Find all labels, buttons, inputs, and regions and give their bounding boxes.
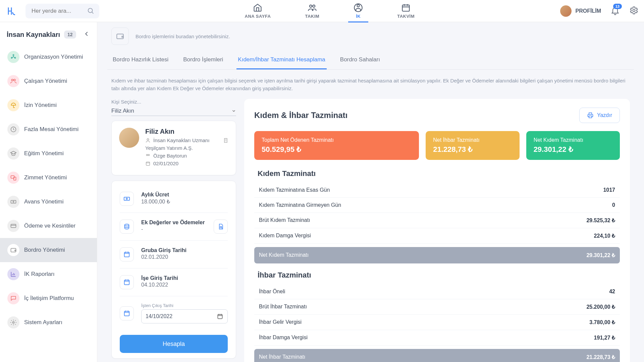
stat-value: 02.01.2020 bbox=[141, 254, 228, 260]
menu-label: İzin Yönetimi bbox=[24, 102, 57, 109]
wallet-icon bbox=[116, 32, 124, 41]
svg-point-1 bbox=[310, 5, 312, 7]
nav-home[interactable]: ANA SAYFA bbox=[239, 0, 276, 22]
sidebar-item-settings[interactable]: Sistem Ayarları bbox=[0, 310, 97, 335]
card-icon bbox=[10, 223, 17, 229]
team-icon bbox=[308, 3, 317, 12]
person-role: İnsan Kaynakları Uzmanı bbox=[153, 137, 210, 143]
card-total: Toplam Net Ödenen Tazminatı50.529,95 ₺ bbox=[254, 131, 419, 160]
svg-rect-32 bbox=[124, 311, 129, 316]
tabs: Bordro Hazırlık Listesi Bordro İşlemleri… bbox=[107, 51, 634, 70]
calendar-icon bbox=[401, 3, 411, 12]
svg-rect-22 bbox=[224, 138, 227, 142]
subtotal-row: Net Kıdem Tazminatı29.301,22 ₺ bbox=[254, 247, 620, 263]
sidebar-header: İnsan Kaynakları 12 bbox=[0, 22, 97, 45]
logo bbox=[5, 5, 17, 17]
stat-value: 18.000,00 ₺ bbox=[141, 198, 228, 205]
stat-label: İşten Çıkış Tarihi bbox=[141, 303, 228, 308]
sidebar-item-training[interactable]: Eğitim Yönetimi bbox=[0, 141, 97, 166]
sidebar-title: İnsan Kaynakları bbox=[7, 31, 60, 39]
tab-prep[interactable]: Bordro Hazırlık Listesi bbox=[111, 51, 170, 69]
table-row: İhbar Gelir Vergisi3.780,00 ₺ bbox=[254, 315, 620, 330]
nav-calendar[interactable]: TAKVİM bbox=[392, 0, 420, 22]
menu-label: Ödeme ve Kesintiler bbox=[24, 223, 75, 229]
svg-rect-33 bbox=[218, 314, 222, 319]
gear-icon bbox=[10, 319, 17, 326]
topnav: ANA SAYFA TAKIM İK TAKVİM PROFİLİM 13 bbox=[0, 0, 644, 22]
sidebar-item-employees[interactable]: Çalışan Yönetimi bbox=[0, 69, 97, 93]
stat-label: Ek Değerler ve Ödemeler bbox=[141, 220, 206, 226]
topnav-right: PROFİLİM 13 bbox=[560, 5, 639, 17]
svg-point-21 bbox=[147, 138, 149, 140]
notifications[interactable]: 13 bbox=[610, 6, 620, 16]
menu-label: Eğitim Yönetimi bbox=[24, 150, 64, 157]
stats-card: Aylık Ücret18.000,00 ₺ Ek Değerler ve Öd… bbox=[111, 181, 236, 359]
printer-icon bbox=[587, 112, 594, 119]
summary-cards: Toplam Net Ödenen Tazminatı50.529,95 ₺ N… bbox=[254, 131, 620, 160]
tab-ops[interactable]: Bordro İşlemleri bbox=[182, 51, 224, 69]
search-wrap bbox=[25, 4, 99, 18]
menu-label: Çalışan Yönetimi bbox=[24, 78, 67, 84]
svg-rect-17 bbox=[11, 224, 16, 228]
collapse-button[interactable] bbox=[83, 30, 90, 39]
graduation-icon bbox=[10, 150, 17, 157]
sidebar-item-leave[interactable]: İzin Yönetimi bbox=[0, 93, 97, 117]
svg-point-24 bbox=[148, 154, 150, 156]
sidebar-item-payroll[interactable]: Bordro Yönetimi bbox=[0, 238, 97, 262]
tab-fields[interactable]: Bordro Sahaları bbox=[339, 51, 381, 69]
settings-button[interactable] bbox=[629, 6, 639, 16]
stat-label: İşe Giriş Tarihi bbox=[141, 275, 228, 281]
person-manager: Özge Baytorun bbox=[153, 153, 187, 159]
sidebar-item-asset[interactable]: Zimmet Yönetimi bbox=[0, 166, 97, 190]
cash-icon bbox=[120, 192, 134, 206]
svg-point-27 bbox=[126, 198, 127, 199]
person-select[interactable]: Filiz Akın bbox=[111, 106, 236, 116]
gear-icon bbox=[629, 6, 639, 15]
person-name: Filiz Akın bbox=[145, 128, 228, 135]
svg-rect-30 bbox=[124, 252, 129, 257]
menu-label: Organizasyon Yönetimi bbox=[24, 54, 83, 60]
hr-icon bbox=[354, 3, 363, 12]
calculate-button[interactable]: Hesapla bbox=[120, 335, 228, 353]
svg-rect-25 bbox=[146, 162, 150, 165]
sidebar-item-internal[interactable]: İç İletişim Platformu bbox=[0, 286, 97, 310]
chart-icon bbox=[10, 271, 17, 278]
team-icon bbox=[145, 153, 151, 159]
date-value: 14/10/2022 bbox=[146, 313, 172, 319]
org-icon bbox=[10, 54, 17, 60]
user-icon bbox=[145, 138, 151, 143]
person-card: Filiz Akın İnsan Kaynakları Uzmanı Yeşil… bbox=[111, 121, 236, 175]
nav-hr[interactable]: İK bbox=[348, 0, 368, 22]
person-company: Yeşilçam Yatırım A.Ş. bbox=[145, 145, 193, 151]
subtotal-row: Net İhbar Tazminatı21.228,73 ₺ bbox=[254, 349, 620, 362]
sidebar-item-org[interactable]: Organizasyon Yönetimi bbox=[0, 45, 97, 69]
sidebar-item-reports[interactable]: İK Raporları bbox=[0, 262, 97, 286]
menu-label: Bordro Yönetimi bbox=[24, 247, 65, 253]
exit-date-input[interactable]: 14/10/2022 bbox=[141, 309, 228, 323]
extra-details-button[interactable] bbox=[214, 220, 228, 234]
kidem-title: Kıdem Tazminatı bbox=[258, 169, 616, 178]
avatar bbox=[119, 128, 139, 148]
page-subtitle: Bordro işlemlerini buradan yönetebilirsi… bbox=[136, 34, 230, 39]
svg-point-6 bbox=[633, 9, 635, 11]
home-icon bbox=[253, 3, 262, 12]
chevron-down-icon bbox=[231, 109, 236, 113]
sidebar-item-payments[interactable]: Ödeme ve Kesintiler bbox=[0, 214, 97, 238]
print-button[interactable]: Yazdır bbox=[579, 108, 620, 123]
sidebar: İnsan Kaynakları 12 Organizasyon Yönetim… bbox=[0, 22, 97, 362]
sidebar-item-overtime[interactable]: Fazla Mesai Yönetimi bbox=[0, 117, 97, 141]
menu-label: İç İletişim Platformu bbox=[24, 295, 74, 302]
sidebar-item-advance[interactable]: Avans Yönetimi bbox=[0, 190, 97, 214]
nav-label: ANA SAYFA bbox=[245, 14, 271, 19]
svg-point-2 bbox=[313, 5, 315, 7]
document-search-icon bbox=[217, 223, 224, 230]
results-panel: Kıdem & İhbar Tazminatı Yazdır Toplam Ne… bbox=[244, 99, 630, 362]
profile-link[interactable]: PROFİLİM bbox=[560, 5, 601, 17]
nav-team[interactable]: TAKIM bbox=[300, 0, 325, 22]
avatar bbox=[560, 5, 572, 17]
menu-label: Zimmet Yönetimi bbox=[24, 174, 67, 181]
calendar-icon bbox=[145, 161, 151, 166]
svg-point-19 bbox=[13, 322, 14, 323]
tab-severance[interactable]: Kıdem/İhbar Tazminatı Hesaplama bbox=[236, 51, 326, 69]
table-row: Brüt Kıdem Tazminatı29.525,32 ₺ bbox=[254, 213, 620, 228]
